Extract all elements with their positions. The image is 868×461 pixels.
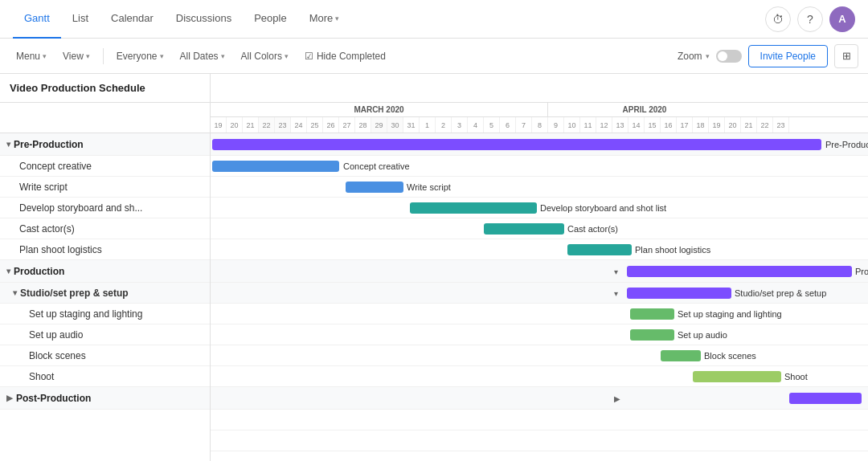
tab-calendar[interactable]: Calendar [100,0,165,39]
project-title-left: Video Production Schedule [0,74,210,103]
left-row-plan-shoot: Plan shoot logistics [0,239,210,260]
nav-tabs: Gantt List Calendar Discussions People M… [13,0,765,39]
studio-chevron-icon[interactable]: ▾ [13,288,17,297]
bar-label-plan-shoot: Plan shoot logistics [635,245,710,255]
zoom-toggle[interactable] [716,50,742,63]
bar-label-shoot: Shoot [784,372,808,381]
right-panel: MARCH 2020 APRIL 2020 19 20 21 22 23 24 … [211,74,868,461]
bar-plan-shoot[interactable] [567,244,632,255]
tab-discussions[interactable]: Discussions [165,0,243,39]
menu-button[interactable]: Menu ▾ [10,47,53,65]
bar-studio-setup[interactable] [627,288,731,299]
top-nav: Gantt List Calendar Discussions People M… [0,0,868,39]
left-row-shoot: Shoot [0,366,210,387]
bar-shoot[interactable] [693,371,781,382]
chart-row-cast: Cast actor(s) [211,218,868,239]
nav-right: ⏱ ? A [765,6,855,32]
left-row-pre-production: ▾ Pre-Production [0,133,210,156]
bar-audio[interactable] [630,329,674,341]
view-chevron-icon: ▾ [86,52,90,60]
user-avatar[interactable]: A [829,6,855,32]
chart-row-post-production: ▶ [211,387,868,410]
gantt-header: MARCH 2020 APRIL 2020 19 20 21 22 23 24 … [211,103,868,133]
chart-row-concept: Concept creative [211,156,868,177]
bar-cast[interactable] [484,223,564,235]
gantt-main: Video Production Schedule ▾ Pre-Producti… [0,74,868,461]
tab-list[interactable]: List [61,0,100,39]
everyone-chevron-icon: ▾ [160,52,164,60]
left-row-studio-setup: ▾ Studio/set prep & setup [0,283,210,304]
invite-people-button[interactable]: Invite People [748,45,828,67]
help-icon-btn[interactable]: ? [797,6,823,32]
left-row-block: Block scenes [0,345,210,366]
chart-row-audio: Set up audio [211,324,868,345]
bar-production[interactable] [627,266,852,277]
chart-row-block-scenes: Block scenes [211,345,868,366]
chart-row-storyboard: Develop storyboard and shot list [211,198,868,218]
zoom-control: Zoom ▾ [678,51,710,62]
bar-label-pre-production: Pre-Production [825,140,868,149]
everyone-filter[interactable]: Everyone ▾ [110,47,170,65]
left-row-post-production: ▶ Post-Production [0,387,210,410]
toolbar: Menu ▾ View ▾ Everyone ▾ All Dates ▾ All… [0,39,868,74]
zoom-chevron-icon: ▾ [706,52,710,60]
chart-row-shoot: Shoot [211,366,868,387]
chart-row-studio-setup: ▾ Studio/set prep & setup [211,283,868,304]
bar-concept[interactable] [212,161,339,172]
bar-label-production: Production [855,267,868,276]
chart-area: Pre-Production Concept creative Write sc… [211,133,868,461]
bar-label-cast: Cast actor(s) [567,224,618,234]
bar-staging[interactable] [630,308,674,320]
bar-post-production[interactable] [789,393,862,404]
post-production-chevron-icon[interactable]: ▶ [6,394,13,402]
bar-label-storyboard: Develop storyboard and shot list [540,203,666,213]
left-row-production: ▾ Production [0,260,210,283]
toggle-track[interactable] [716,50,742,63]
pre-production-chevron-icon[interactable]: ▾ [6,140,10,149]
chart-row-plan-shoot: Plan shoot logistics [211,239,868,260]
left-rows: ▾ Pre-Production Concept creative Write … [0,133,210,410]
chart-row-production: ▾ Production [211,260,868,283]
view-button[interactable]: View ▾ [56,47,96,65]
toggle-knob [718,51,727,61]
left-row-develop-storyboard: Develop storyboard and sh... [0,198,210,218]
hide-completed-icon: ☑ [305,51,313,62]
left-row-cast-actors: Cast actor(s) [0,218,210,239]
tab-more[interactable]: More ▾ [298,0,351,39]
bar-label-staging: Set up staging and lighting [678,309,782,319]
bar-label-studio-setup: Studio/set prep & setup [735,288,826,298]
bar-label-audio: Set up audio [678,330,727,340]
history-icon-btn[interactable]: ⏱ [765,6,791,32]
tab-gantt[interactable]: Gantt [13,0,61,39]
bar-pre-production[interactable] [212,139,821,150]
menu-chevron-icon: ▾ [43,52,47,60]
colors-chevron-icon: ▾ [285,52,289,60]
chart-row-pre-production: Pre-Production [211,133,868,156]
left-row-write-script: Write script [0,177,210,198]
hide-completed-button[interactable]: ☑ Hide Completed [298,47,392,65]
tab-people[interactable]: People [243,0,297,39]
bar-write-script[interactable] [346,182,403,193]
bar-block-scenes[interactable] [661,350,701,361]
left-row-staging: Set up staging and lighting [0,304,210,324]
all-colors-filter[interactable]: All Colors ▾ [235,47,295,65]
bar-storyboard[interactable] [410,202,537,214]
left-row-concept: Concept creative [0,156,210,177]
bar-label-write-script: Write script [407,182,451,192]
production-chevron-icon[interactable]: ▾ [6,267,10,275]
chart-row-staging: Set up staging and lighting [211,304,868,324]
more-chevron-icon: ▾ [335,14,339,22]
chart-row-write-script: Write script [211,177,868,198]
left-row-audio: Set up audio [0,324,210,345]
bar-label-block-scenes: Block scenes [704,351,756,361]
all-dates-filter[interactable]: All Dates ▾ [174,47,231,65]
dates-chevron-icon: ▾ [221,52,225,60]
bar-label-concept: Concept creative [343,161,410,171]
left-panel: Video Production Schedule ▾ Pre-Producti… [0,74,211,461]
table-view-icon-btn[interactable]: ⊞ [834,44,858,68]
